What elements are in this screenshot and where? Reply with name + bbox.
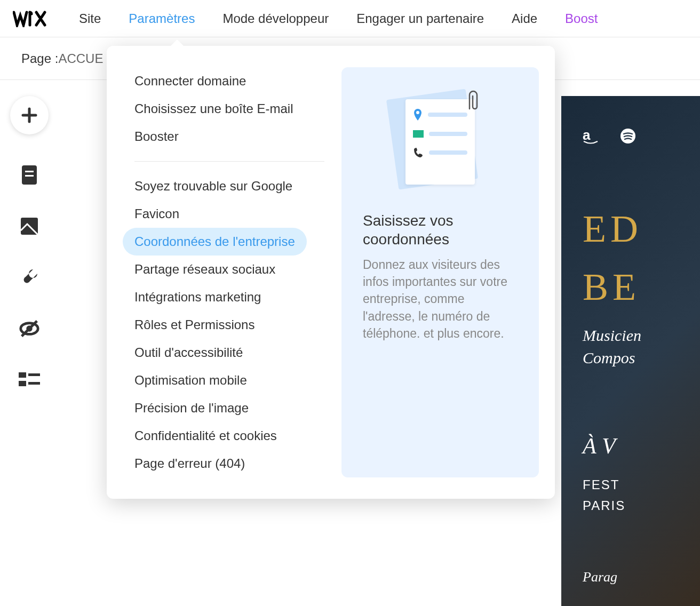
phone-icon bbox=[413, 147, 424, 158]
tools-icon[interactable] bbox=[19, 267, 40, 288]
pages-icon[interactable] bbox=[19, 164, 40, 186]
canvas-body: FEST PARIS bbox=[583, 475, 700, 516]
canvas-title-line2: BE bbox=[583, 266, 700, 308]
preview-panel: Saisissez vos coordonnées Donnez aux vis… bbox=[341, 67, 539, 477]
left-sidebar bbox=[0, 80, 59, 390]
menu-business-info[interactable]: Coordonnées de l'entreprise bbox=[123, 228, 307, 256]
page-label: Page : bbox=[21, 51, 58, 66]
menu-google[interactable]: Soyez trouvable sur Google bbox=[123, 172, 336, 200]
amazon-icon[interactable]: a bbox=[583, 128, 599, 144]
menu-roles[interactable]: Rôles et Permissions bbox=[123, 311, 336, 339]
site-canvas: a ED BE MusicienCompos À V FEST PARIS Pa… bbox=[561, 96, 700, 606]
add-button[interactable] bbox=[10, 96, 49, 134]
svg-point-12 bbox=[416, 111, 419, 114]
menu-404[interactable]: Page d'erreur (404) bbox=[123, 450, 336, 477]
design-icon[interactable] bbox=[19, 216, 40, 237]
mail-icon bbox=[413, 130, 424, 138]
menu-booster[interactable]: Booster bbox=[123, 123, 336, 150]
menu-mobile[interactable]: Optimisation mobile bbox=[123, 366, 336, 394]
menu-marketing[interactable]: Intégrations marketing bbox=[123, 283, 336, 311]
menu-favicon[interactable]: Favicon bbox=[123, 200, 336, 228]
spotify-icon[interactable] bbox=[620, 128, 636, 144]
layout-icon[interactable] bbox=[19, 369, 40, 390]
nav-boost[interactable]: Boost bbox=[565, 11, 598, 26]
preview-title: Saisissez vos coordonnées bbox=[341, 211, 539, 249]
canvas-title-line1: ED bbox=[583, 208, 700, 250]
visibility-off-icon[interactable] bbox=[19, 318, 40, 339]
nav-partner[interactable]: Engager un partenaire bbox=[356, 11, 484, 26]
menu-connect-domain[interactable]: Connecter domaine bbox=[123, 67, 336, 95]
settings-dropdown: Connecter domaine Choisissez une boîte E… bbox=[107, 46, 555, 499]
svg-rect-11 bbox=[28, 382, 40, 385]
canvas-section: À V bbox=[583, 433, 700, 459]
svg-text:a: a bbox=[583, 128, 591, 143]
topnav: Site Paramètres Mode développeur Engager… bbox=[79, 11, 598, 26]
svg-rect-13 bbox=[413, 130, 424, 138]
canvas-subtitle: MusicienCompos bbox=[583, 324, 700, 369]
nav-site[interactable]: Site bbox=[79, 11, 101, 26]
topbar: Site Paramètres Mode développeur Engager… bbox=[0, 0, 700, 37]
wix-logo[interactable] bbox=[13, 10, 53, 27]
svg-point-0 bbox=[29, 11, 31, 13]
page-value: ACCUE bbox=[58, 51, 103, 66]
menu-image-precision[interactable]: Précision de l'image bbox=[123, 394, 336, 422]
canvas-social-icons: a bbox=[583, 128, 700, 144]
nav-dev-mode[interactable]: Mode développeur bbox=[222, 11, 329, 26]
svg-rect-10 bbox=[19, 381, 26, 386]
plus-icon bbox=[21, 107, 37, 123]
menu-social-share[interactable]: Partage réseaux sociaux bbox=[123, 256, 336, 283]
menu-accessibility[interactable]: Outil d'accessibilité bbox=[123, 339, 336, 366]
svg-rect-2 bbox=[25, 171, 34, 172]
pin-icon bbox=[413, 109, 423, 121]
preview-description: Donnez aux visiteurs des infos important… bbox=[341, 256, 539, 342]
menu-separator bbox=[134, 161, 324, 162]
preview-illustration bbox=[341, 67, 539, 211]
canvas-footnote: Parag bbox=[583, 569, 700, 585]
menu-email-box[interactable]: Choisissez une boîte E-mail bbox=[123, 95, 336, 123]
nav-parametres[interactable]: Paramètres bbox=[129, 11, 195, 26]
nav-help[interactable]: Aide bbox=[512, 11, 537, 26]
svg-rect-8 bbox=[19, 372, 26, 378]
menu-privacy[interactable]: Confidentialité et cookies bbox=[123, 422, 336, 450]
paperclip-icon bbox=[466, 89, 480, 115]
svg-rect-3 bbox=[25, 175, 34, 177]
wix-logo-icon bbox=[13, 10, 53, 27]
settings-menu-column: Connecter domaine Choisissez une boîte E… bbox=[117, 67, 341, 477]
svg-rect-9 bbox=[28, 373, 40, 376]
